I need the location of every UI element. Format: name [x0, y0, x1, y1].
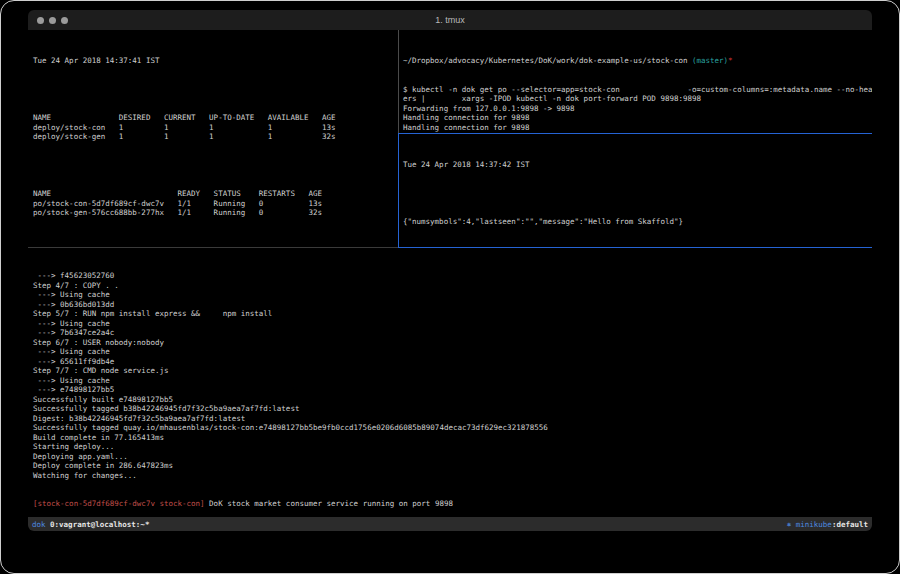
log-message: DoK stock market consumer service runnin… [205, 499, 453, 508]
log-line: [stock-con-5d7df689cf-dwc7v stock-con] D… [33, 499, 872, 509]
pane-divider-horizontal-active-top [398, 133, 872, 134]
timestamp-right: Tue 24 Apr 2018 14:37:42 IST [403, 160, 872, 170]
pane-divider-vertical-active [398, 133, 399, 248]
session-name: dok [32, 520, 46, 529]
kube-namespace: :default [832, 520, 868, 529]
window-titlebar: 1. tmux [28, 10, 872, 30]
terminal-window: 1. tmux Tue 24 Apr 2018 14:37:41 IST NAM… [28, 10, 872, 531]
deployments-table: NAME DESIRED CURRENT UP-TO-DATE AVAILABL… [33, 113, 398, 142]
blank-line [403, 189, 872, 199]
git-branch: (master) [692, 56, 728, 65]
kube-context: minikube [796, 520, 832, 529]
prompt-path-line: ~/Dropbox/advocacy/Kubernetes/DoK/work/d… [403, 56, 872, 66]
pane-build-log[interactable]: ---> f45623052760 Step 4/7 : COPY . . --… [28, 248, 872, 517]
pods-table: NAME READY STATUS RESTARTS AGE po/stock-… [33, 189, 398, 218]
blank-line [33, 85, 398, 95]
window-list-item[interactable]: 0:vagrant@localhost:~* [50, 520, 149, 529]
window-title: 1. tmux [28, 15, 872, 25]
pane-port-forward[interactable]: ~/Dropbox/advocacy/Kubernetes/DoK/work/d… [399, 30, 872, 133]
log-prefix: [stock-con-5d7df689cf-dwc7v stock-con] [33, 499, 205, 508]
blank-line [33, 161, 398, 171]
pane-divider-vertical-inactive [398, 30, 399, 133]
status-right: ⎈ minikube:default [787, 520, 868, 529]
pane-kubectl-resources[interactable]: Tue 24 Apr 2018 14:37:41 IST NAME DESIRE… [28, 30, 398, 247]
cwd-path: ~/Dropbox/advocacy/Kubernetes/DoK/work/d… [403, 56, 692, 65]
json-response: {"numsymbols":4,"lastseen":"","message":… [403, 217, 872, 227]
build-log-lines: ---> f45623052760 Step 4/7 : COPY . . --… [33, 271, 872, 480]
git-dirty-flag: * [728, 56, 733, 65]
blank-line [33, 237, 398, 247]
status-left: dok 0:vagrant@localhost:~* [32, 520, 149, 529]
timestamp-left: Tue 24 Apr 2018 14:37:41 IST [33, 56, 398, 66]
port-forward-output: $ kubectl -n dok get po --selector=app=s… [403, 85, 872, 134]
pane-service-output[interactable]: Tue 24 Apr 2018 14:37:42 IST {"numsymbol… [399, 134, 872, 247]
tmux-status-bar: dok 0:vagrant@localhost:~* ⎈ minikube:de… [28, 517, 872, 531]
